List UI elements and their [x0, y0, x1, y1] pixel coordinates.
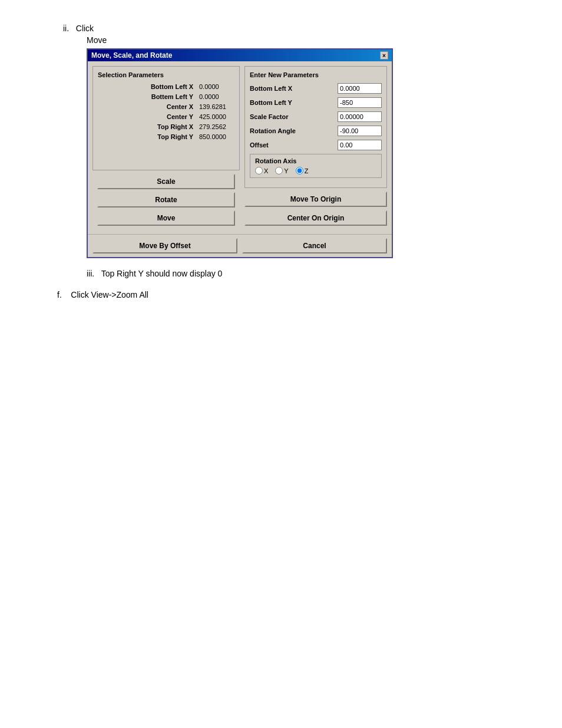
left-buttons: Scale Rotate Move	[92, 170, 240, 229]
selection-parameters-panel: Selection Parameters Bottom Left X 0.000…	[92, 66, 240, 170]
param-label-center-x: Center X	[98, 103, 193, 110]
step-iii-label: iii. Top Right Y should now display 0	[87, 269, 222, 278]
input-bottom-left-y[interactable]	[338, 97, 382, 108]
radio-x-label: X	[264, 167, 268, 174]
input-row-rotation-angle: Rotation Angle	[250, 126, 382, 136]
rotate-button[interactable]: Rotate	[97, 192, 235, 207]
input-label-rotation-angle: Rotation Angle	[250, 127, 338, 134]
radio-item-z[interactable]: Z	[296, 167, 309, 174]
param-label-bottom-left-x: Bottom Left X	[98, 83, 193, 90]
input-label-offset: Offset	[250, 141, 338, 149]
radio-y[interactable]	[275, 167, 283, 174]
param-label-bottem-left-y: Bottem Left Y	[98, 93, 193, 100]
param-row-center-x: Center X 139.6281	[98, 103, 234, 110]
param-row-top-right-x: Top Right X 279.2562	[98, 123, 234, 130]
enter-params-title: Enter New Parameters	[250, 71, 382, 78]
document-content: ii. Click Move Move, Scale, and Rotate ×	[39, 24, 523, 299]
move-by-offset-button[interactable]: Move By Offset	[92, 238, 237, 253]
radio-x[interactable]	[255, 167, 263, 174]
param-value-top-right-x: 279.2562	[199, 123, 234, 130]
param-label-center-y: Center Y	[98, 113, 193, 120]
center-on-origin-button[interactable]: Center On Origin	[244, 210, 387, 226]
right-action-buttons: Move To Origin Center On Origin	[244, 188, 387, 229]
radio-z-label: Z	[305, 167, 309, 174]
rotation-axis-title: Rotation Axis	[255, 157, 376, 164]
rotation-axis-radio-row: X Y Z	[255, 167, 376, 174]
cancel-button[interactable]: Cancel	[242, 238, 387, 253]
dialog-titlebar: Move, Scale, and Rotate ×	[88, 50, 392, 61]
param-row-center-y: Center Y 425.0000	[98, 113, 234, 120]
move-scale-rotate-dialog: Move, Scale, and Rotate × Selection Para…	[87, 48, 393, 258]
param-row-bottom-left-x: Bottom Left X 0.0000	[98, 83, 234, 90]
input-offset[interactable]	[338, 140, 382, 150]
step-iii: iii. Top Right Y should now display 0	[87, 269, 523, 278]
input-row-offset: Offset	[250, 140, 382, 150]
param-value-center-x: 139.6281	[199, 103, 234, 110]
input-label-bottom-left-x: Bottom Left X	[250, 85, 338, 92]
input-row-scale-factor: Scale Factor	[250, 111, 382, 122]
step-ii-label: ii. Click	[63, 24, 523, 33]
param-value-top-right-y: 850.0000	[199, 133, 234, 140]
move-button[interactable]: Move	[97, 210, 235, 226]
radio-z[interactable]	[296, 167, 303, 174]
radio-item-y[interactable]: Y	[275, 167, 288, 174]
enter-new-parameters-panel: Enter New Parameters Bottom Left X Botto…	[244, 66, 387, 188]
radio-item-x[interactable]: X	[255, 167, 268, 174]
radio-y-label: Y	[284, 167, 288, 174]
input-label-bottom-left-y: Bottom Left Y	[250, 99, 338, 106]
dialog-wrapper: Move, Scale, and Rotate × Selection Para…	[87, 48, 523, 258]
param-label-top-right-x: Top Right X	[98, 123, 193, 130]
selection-params-title: Selection Parameters	[98, 71, 234, 78]
input-label-scale-factor: Scale Factor	[250, 113, 338, 120]
step-ii: ii. Click Move Move, Scale, and Rotate ×	[39, 24, 523, 258]
input-bottom-left-x[interactable]	[338, 83, 382, 94]
param-value-center-y: 425.0000	[199, 113, 234, 120]
scale-button[interactable]: Scale	[97, 174, 235, 189]
param-value-bottom-left-x: 0.0000	[199, 83, 234, 90]
param-value-bottem-left-y: 0.0000	[199, 93, 234, 100]
dialog-title: Move, Scale, and Rotate	[91, 51, 172, 60]
step-f-label: f. Click View->Zoom All	[57, 290, 148, 299]
param-label-top-right-y: Top Right Y	[98, 133, 193, 140]
input-rotation-angle[interactable]	[338, 126, 382, 136]
step-f: f. Click View->Zoom All	[57, 290, 523, 299]
input-row-bottom-left-y: Bottom Left Y	[250, 97, 382, 108]
rotation-axis-group: Rotation Axis X Y	[250, 154, 382, 178]
param-row-top-right-y: Top Right Y 850.0000	[98, 133, 234, 140]
input-scale-factor[interactable]	[338, 111, 382, 122]
right-column: Enter New Parameters Bottom Left X Botto…	[244, 66, 387, 229]
input-row-bottom-left-x: Bottom Left X	[250, 83, 382, 94]
step-ii-move: Move	[87, 35, 523, 45]
param-row-bottem-left-y: Bottem Left Y 0.0000	[98, 93, 234, 100]
move-to-origin-button[interactable]: Move To Origin	[244, 192, 387, 207]
bottom-row: Move By Offset Cancel	[88, 234, 392, 257]
left-column: Selection Parameters Bottom Left X 0.000…	[92, 66, 240, 229]
dialog-body: Selection Parameters Bottom Left X 0.000…	[88, 61, 392, 234]
dialog-close-button[interactable]: ×	[380, 51, 388, 60]
